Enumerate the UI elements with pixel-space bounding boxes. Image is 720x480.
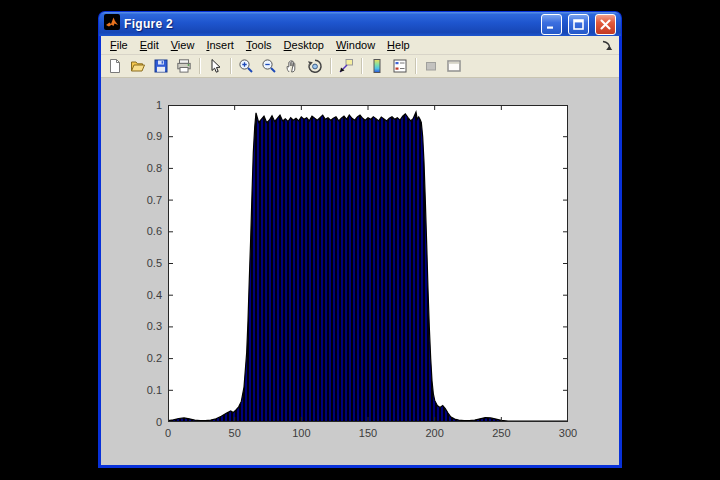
x-tick-label: 150 [348, 427, 388, 440]
y-tick-label: 1 [114, 99, 162, 112]
toolbar-separator [330, 58, 331, 74]
maximize-icon [573, 19, 584, 30]
y-tick-label: 0.2 [114, 352, 162, 365]
x-tick-label: 50 [215, 427, 255, 440]
pan-hand-button[interactable] [281, 56, 303, 76]
x-tick-label: 300 [548, 427, 588, 440]
menu-insert[interactable]: Insert [200, 37, 240, 53]
y-tick-label: 0.5 [114, 257, 162, 270]
hide-plot-tools-icon [423, 58, 439, 74]
toolbar-separator [230, 58, 231, 74]
x-tick-label: 0 [148, 427, 188, 440]
menu-window[interactable]: Window [330, 37, 381, 53]
save-icon [153, 58, 169, 74]
maximize-button[interactable] [568, 14, 589, 35]
data-cursor-button[interactable] [335, 56, 357, 76]
save-button[interactable] [150, 56, 172, 76]
menu-file[interactable]: File [104, 37, 134, 53]
toolbar-separator [199, 58, 200, 74]
title-bar[interactable]: Figure 2 [98, 11, 622, 36]
data-cursor-icon [338, 58, 354, 74]
zoom-in-button[interactable] [235, 56, 257, 76]
insert-colorbar-button[interactable] [366, 56, 388, 76]
legend-icon [392, 58, 408, 74]
menu-bar: File Edit View Insert Tools Desktop Wind… [101, 36, 619, 55]
close-icon [600, 19, 611, 30]
y-tick-label: 0.8 [114, 162, 162, 175]
rotate-3d-icon [307, 58, 323, 74]
x-tick-label: 200 [415, 427, 455, 440]
new-file-button[interactable] [104, 56, 126, 76]
figure-canvas[interactable]: 05010015020025030000.10.20.30.40.50.60.7… [101, 78, 619, 465]
pan-hand-icon [284, 58, 300, 74]
x-tick-label: 100 [281, 427, 321, 440]
y-tick-label: 0.3 [114, 320, 162, 333]
y-tick-label: 0.1 [114, 384, 162, 397]
zoom-out-button[interactable] [258, 56, 280, 76]
open-folder-button[interactable] [127, 56, 149, 76]
plot-axes[interactable] [168, 105, 568, 422]
show-plot-tools-button[interactable] [443, 56, 465, 76]
zoom-out-icon [261, 58, 277, 74]
desktop-background: Figure 2 File Edit View Insert Tools Des… [0, 0, 720, 480]
pointer-icon [207, 58, 223, 74]
window-body: File Edit View Insert Tools Desktop Wind… [98, 36, 622, 468]
window-title: Figure 2 [124, 17, 535, 31]
signal-plot [168, 105, 568, 422]
colorbar-icon [369, 58, 385, 74]
rotate-3d-button[interactable] [304, 56, 326, 76]
signal-area [168, 112, 568, 422]
toolbar-separator [415, 58, 416, 74]
menu-edit[interactable]: Edit [134, 37, 165, 53]
dock-figure-arrow-icon[interactable] [601, 39, 613, 53]
y-tick-label: 0 [114, 416, 162, 429]
new-file-icon [107, 58, 123, 74]
y-tick-label: 0.6 [114, 225, 162, 238]
hide-plot-tools-button[interactable] [420, 56, 442, 76]
zoom-in-icon [238, 58, 254, 74]
print-button[interactable] [173, 56, 195, 76]
y-tick-label: 0.7 [114, 194, 162, 207]
menu-view[interactable]: View [165, 37, 201, 53]
matlab-logo-icon [104, 14, 120, 34]
menu-help[interactable]: Help [381, 37, 416, 53]
open-folder-icon [130, 58, 146, 74]
insert-legend-button[interactable] [389, 56, 411, 76]
close-button[interactable] [595, 14, 616, 35]
figure-window: Figure 2 File Edit View Insert Tools Des… [98, 11, 622, 468]
menu-desktop[interactable]: Desktop [278, 37, 330, 53]
show-plot-tools-icon [446, 58, 462, 74]
x-tick-label: 250 [481, 427, 521, 440]
minimize-icon [546, 19, 557, 30]
toolbar-separator [361, 58, 362, 74]
y-tick-label: 0.4 [114, 289, 162, 302]
figure-toolbar [101, 55, 619, 78]
menu-tools[interactable]: Tools [240, 37, 278, 53]
y-tick-label: 0.9 [114, 130, 162, 143]
print-icon [176, 58, 192, 74]
minimize-button[interactable] [541, 14, 562, 35]
pointer-button[interactable] [204, 56, 226, 76]
